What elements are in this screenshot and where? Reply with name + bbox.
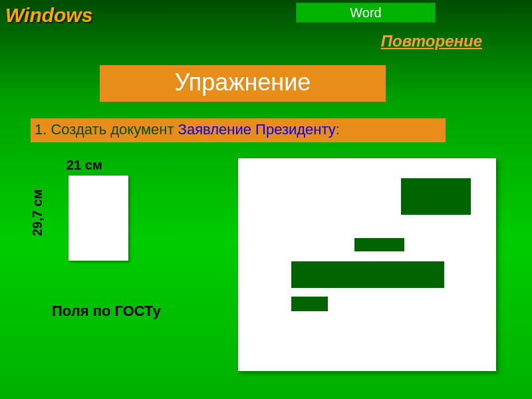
- page-height-label: 29,7 см: [30, 190, 45, 236]
- doc-block-signature: [291, 297, 328, 311]
- doc-block-header: [401, 178, 471, 215]
- doc-block-title: [354, 238, 404, 251]
- document-preview: [238, 158, 496, 371]
- doc-block-body: [291, 261, 444, 288]
- task-text-part1: Создать документ: [51, 121, 178, 138]
- app-title-right: Word: [296, 3, 436, 23]
- task-number: 1.: [35, 121, 47, 138]
- task-text-part2: Заявление Президенту: [178, 121, 336, 138]
- page-width-label: 21 см: [66, 158, 102, 173]
- app-title-left: Windows: [5, 4, 92, 27]
- task-colon: :: [336, 121, 340, 138]
- section-subtitle: Повторение: [381, 32, 482, 51]
- small-page-preview: [68, 176, 128, 261]
- margins-label: Поля по ГОСТу: [52, 303, 161, 320]
- task-bar: 1. Создать документ Заявление Президенту…: [31, 118, 446, 142]
- exercise-banner: Упражнение: [100, 65, 386, 102]
